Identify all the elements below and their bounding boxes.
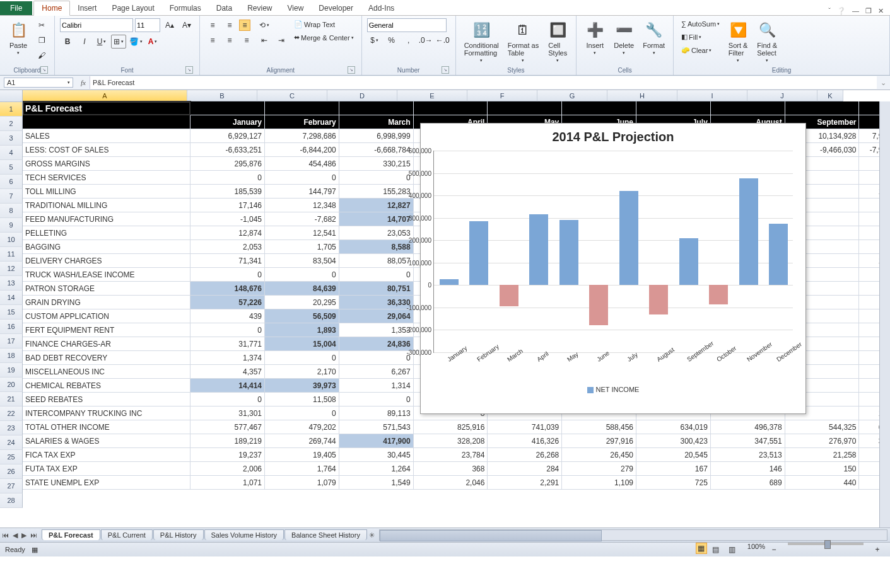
row-header-28[interactable]: 28 xyxy=(0,493,23,508)
sheet-tab[interactable]: P&L Forecast xyxy=(42,529,100,540)
cell[interactable]: 2,291 xyxy=(488,476,562,490)
hscroll-thumb[interactable] xyxy=(380,530,602,541)
cell[interactable]: 725 xyxy=(636,476,711,490)
name-box[interactable]: A1▾ xyxy=(4,78,73,88)
cell[interactable]: 144,797 xyxy=(265,185,339,199)
cell[interactable]: 167 xyxy=(636,462,711,476)
tab-insert[interactable]: Insert xyxy=(70,1,104,15)
tab-addins[interactable]: Add-Ins xyxy=(361,1,402,15)
align-right-button[interactable]: ≡ xyxy=(239,33,254,47)
cell[interactable] xyxy=(636,101,711,115)
cell[interactable]: 23,513 xyxy=(711,448,785,462)
row-header-26[interactable]: 26 xyxy=(0,464,23,479)
decrease-decimal-button[interactable]: ←.0 xyxy=(435,33,450,47)
cell[interactable]: 0 xyxy=(265,268,339,282)
borders-button[interactable]: ⊞▾ xyxy=(111,35,126,49)
zoom-level[interactable]: 100% xyxy=(747,543,765,556)
formula-input[interactable]: P&L Forecast xyxy=(90,76,877,89)
cell[interactable]: 12,541 xyxy=(265,226,339,240)
cell[interactable]: -6,844,200 xyxy=(265,143,339,157)
cell[interactable] xyxy=(339,101,414,115)
cell[interactable]: 634,019 xyxy=(636,420,711,434)
cell[interactable]: FERT EQUIPMENT RENT xyxy=(23,323,190,337)
normal-view-button[interactable]: ▦ xyxy=(696,543,707,554)
cut-button[interactable]: ✂ xyxy=(34,18,49,32)
cell[interactable]: 1,549 xyxy=(339,476,414,490)
copy-button[interactable]: ❐ xyxy=(34,33,49,47)
cell[interactable]: 368 xyxy=(414,462,488,476)
align-left-button[interactable]: ≡ xyxy=(205,33,220,47)
cell[interactable] xyxy=(488,101,562,115)
cell[interactable]: -7,682 xyxy=(265,212,339,226)
new-sheet-button[interactable]: ✳ xyxy=(367,531,377,539)
cell[interactable]: 11,508 xyxy=(265,393,339,406)
cell[interactable] xyxy=(562,101,636,115)
cell[interactable]: 189,219 xyxy=(190,434,265,448)
cell[interactable]: GROSS MARGINS xyxy=(23,157,190,171)
fill-color-button[interactable]: 🪣▾ xyxy=(128,35,143,49)
cell[interactable]: 0 xyxy=(190,393,265,406)
cell[interactable]: 2,053 xyxy=(190,240,265,254)
cell[interactable]: 26,268 xyxy=(488,448,562,462)
comma-format-button[interactable]: , xyxy=(401,33,416,47)
horizontal-scrollbar[interactable] xyxy=(379,529,887,541)
cell[interactable] xyxy=(711,101,785,115)
row-header-25[interactable]: 25 xyxy=(0,450,23,464)
cell[interactable]: STATE UNEMPL EXP xyxy=(23,476,190,490)
cell[interactable]: FINANCE CHARGES-AR xyxy=(23,337,190,351)
cell[interactable]: INTERCOMPANY TRUCKING INC xyxy=(23,406,190,420)
cell[interactable]: 26,450 xyxy=(562,448,636,462)
format-as-table-button[interactable]: 🗓Format as Table▾ xyxy=(505,18,542,65)
expand-formula-bar-icon[interactable]: ⌄ xyxy=(877,79,890,87)
cell[interactable]: DELIVERY CHARGES xyxy=(23,254,190,268)
merge-center-button[interactable]: ⬌ Merge & Center ▾ xyxy=(291,32,356,43)
cell[interactable]: BAD DEBT RECOVERY xyxy=(23,351,190,365)
number-format-input[interactable] xyxy=(367,18,447,32)
column-header-C[interactable]: C xyxy=(257,90,327,101)
column-header-D[interactable]: D xyxy=(327,90,397,101)
cell[interactable]: 279 xyxy=(562,462,636,476)
cell[interactable]: 84,639 xyxy=(265,282,339,296)
row-header-6[interactable]: 6 xyxy=(0,175,23,189)
row-header-12[interactable]: 12 xyxy=(0,262,23,276)
paste-button[interactable]: 📋Paste▾ xyxy=(5,18,32,57)
cell[interactable]: TOLL MILLING xyxy=(23,185,190,199)
tab-nav-first[interactable]: ⏮ xyxy=(0,531,11,539)
format-cells-button[interactable]: 🔧Format▾ xyxy=(640,18,668,57)
cell[interactable]: 330,215 xyxy=(339,157,414,171)
grow-font-button[interactable]: A▴ xyxy=(162,18,177,32)
cell[interactable]: 57,226 xyxy=(190,296,265,309)
row-header-16[interactable]: 16 xyxy=(0,320,23,334)
cell[interactable]: 825,916 xyxy=(414,420,488,434)
cell[interactable]: 185,539 xyxy=(190,185,265,199)
row-header-18[interactable]: 18 xyxy=(0,349,23,363)
decrease-indent-button[interactable]: ⇤ xyxy=(257,33,272,47)
page-layout-view-button[interactable]: ▤ xyxy=(708,543,723,556)
find-select-button[interactable]: 🔍Find & Select▾ xyxy=(754,18,780,65)
tab-data[interactable]: Data xyxy=(209,1,240,15)
cell[interactable] xyxy=(785,101,860,115)
cell[interactable]: 1,109 xyxy=(562,476,636,490)
cell[interactable]: 12,827 xyxy=(339,199,414,212)
cell[interactable]: 21,258 xyxy=(785,448,860,462)
cell[interactable]: 31,771 xyxy=(190,337,265,351)
cell[interactable]: TRADITIONAL MILLING xyxy=(23,199,190,212)
cell[interactable]: 0 xyxy=(190,171,265,185)
cell[interactable]: 0 xyxy=(190,268,265,282)
cell[interactable]: 146 xyxy=(711,462,785,476)
cell[interactable]: BAGGING xyxy=(23,240,190,254)
cell[interactable]: February xyxy=(265,115,339,129)
increase-indent-button[interactable]: ⇥ xyxy=(274,33,289,47)
cell[interactable]: 19,237 xyxy=(190,448,265,462)
cell[interactable]: 12,348 xyxy=(265,199,339,212)
cell[interactable]: -1,045 xyxy=(190,212,265,226)
autosum-button[interactable]: ∑ AutoSum ▾ xyxy=(679,18,722,30)
column-header-G[interactable]: G xyxy=(537,90,607,101)
column-header-E[interactable]: E xyxy=(397,90,467,101)
cell[interactable]: 416,326 xyxy=(488,434,562,448)
clipboard-launcher-icon[interactable]: ↘ xyxy=(40,66,48,74)
cell[interactable] xyxy=(265,101,339,115)
cell[interactable]: 276,970 xyxy=(785,434,860,448)
cell[interactable]: 14,414 xyxy=(190,379,265,393)
cell[interactable]: PATRON STORAGE xyxy=(23,282,190,296)
